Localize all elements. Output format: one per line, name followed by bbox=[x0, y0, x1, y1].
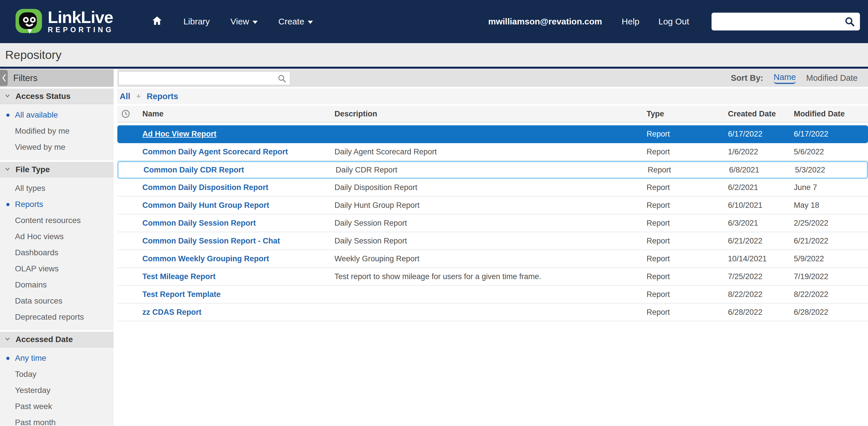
app-logo[interactable]: LinkLive REPORTING bbox=[15, 7, 114, 36]
report-type: Report bbox=[647, 219, 728, 228]
column-header-created-date: Created Date bbox=[728, 109, 794, 119]
report-name-link[interactable]: Common Daily Session Report - Chat bbox=[143, 236, 280, 245]
filter-section-header-accessed-date[interactable]: Accessed Date bbox=[0, 332, 114, 347]
report-table-body: Ad Hoc View ReportReport6/17/20226/17/20… bbox=[117, 124, 868, 321]
breadcrumb-all[interactable]: All bbox=[120, 92, 130, 101]
help-link[interactable]: Help bbox=[622, 17, 640, 27]
logout-link[interactable]: Log Out bbox=[658, 17, 689, 27]
report-name-link[interactable]: Common Daily Disposition Report bbox=[143, 183, 268, 192]
collapse-filters-button[interactable] bbox=[0, 70, 8, 86]
report-modified-date: 6/17/2022 bbox=[794, 130, 868, 138]
report-type: Report bbox=[648, 166, 729, 174]
report-created-date: 6/21/2022 bbox=[728, 236, 794, 245]
report-name-link[interactable]: Test Mileage Report bbox=[143, 272, 216, 281]
sidebar-item-past-month[interactable]: Past month bbox=[0, 415, 114, 426]
chevron-left-icon bbox=[1, 73, 7, 83]
filter-section-header-file-type[interactable]: File Type bbox=[0, 162, 114, 177]
sidebar-item-data-sources[interactable]: Data sources bbox=[0, 293, 114, 309]
report-description: Daily Disposition Report bbox=[335, 183, 647, 192]
selected-bullet bbox=[6, 357, 9, 360]
report-modified-date: 5/9/2022 bbox=[794, 254, 868, 263]
sidebar-item-olap-views[interactable]: OLAP views bbox=[0, 261, 114, 277]
page-title-bar: Repository bbox=[0, 43, 868, 67]
nav-menu: Library View Create bbox=[151, 15, 313, 29]
sidebar-item-past-week[interactable]: Past week bbox=[0, 398, 114, 415]
report-created-date: 8/22/2022 bbox=[728, 290, 794, 299]
global-search-input[interactable] bbox=[712, 13, 860, 30]
sidebar-item-modified-by-me[interactable]: Modified by me bbox=[0, 123, 114, 139]
filters-title: Filters bbox=[13, 73, 37, 84]
report-type: Report bbox=[647, 236, 728, 245]
brand-subtitle: REPORTING bbox=[48, 25, 114, 34]
sidebar-item-today[interactable]: Today bbox=[0, 366, 114, 382]
table-row[interactable]: Common Daily Session ReportDaily Session… bbox=[117, 215, 868, 232]
sidebar-item-all-types[interactable]: All types bbox=[0, 180, 114, 196]
report-name-link[interactable]: Common Daily Agent Scorecard Report bbox=[143, 148, 288, 156]
report-name-link[interactable]: Common Daily Hunt Group Report bbox=[143, 201, 269, 209]
sidebar-item-all-available[interactable]: All available bbox=[0, 107, 114, 123]
sort-option-modified-date[interactable]: Modified Date bbox=[806, 73, 858, 83]
sort-option-name[interactable]: Name bbox=[774, 72, 796, 84]
sidebar-item-ad-hoc-views[interactable]: Ad Hoc views bbox=[0, 229, 114, 244]
table-row[interactable]: Ad Hoc View ReportReport6/17/20226/17/20… bbox=[117, 125, 868, 143]
report-name-cell: Common Weekly Grouping Report bbox=[143, 254, 335, 263]
nav-item-create[interactable]: Create bbox=[278, 17, 313, 27]
chevron-down-icon bbox=[4, 92, 11, 100]
toolbar: Sort By: Name Modified Date bbox=[117, 69, 868, 87]
report-type: Report bbox=[647, 308, 728, 317]
report-name-cell: Common Daily Hunt Group Report bbox=[143, 201, 335, 210]
report-type: Report bbox=[647, 148, 728, 156]
report-modified-date: 7/19/2022 bbox=[794, 272, 868, 281]
sidebar-item-any-time[interactable]: Any time bbox=[0, 350, 114, 366]
report-modified-date: 6/21/2022 bbox=[794, 236, 868, 245]
report-name-cell: Test Mileage Report bbox=[143, 272, 335, 281]
table-row[interactable]: Common Daily Session Report - ChatDaily … bbox=[117, 232, 868, 250]
repository-search bbox=[119, 71, 290, 85]
nav-item-library[interactable]: Library bbox=[184, 17, 210, 27]
table-row[interactable]: Common Daily CDR ReportDaily CDR ReportR… bbox=[117, 161, 868, 179]
table-row[interactable]: Common Daily Agent Scorecard ReportDaily… bbox=[117, 143, 868, 161]
report-name-cell: zz CDAS Report bbox=[143, 308, 335, 317]
report-name-cell: Common Daily CDR Report bbox=[144, 166, 336, 174]
table-row[interactable]: Test Report TemplateReport8/22/20228/22/… bbox=[117, 286, 868, 303]
divider bbox=[0, 67, 868, 69]
user-email: mwilliamson@revation.com bbox=[488, 17, 602, 27]
sidebar-item-dashboards[interactable]: Dashboards bbox=[0, 244, 114, 261]
clock-icon bbox=[117, 109, 143, 119]
report-name-link[interactable]: zz CDAS Report bbox=[143, 308, 202, 317]
filter-section-label: File Type bbox=[16, 165, 50, 174]
sidebar-item-yesterday[interactable]: Yesterday bbox=[0, 382, 114, 398]
filter-section-header-access-status[interactable]: Access Status bbox=[0, 89, 114, 104]
repository-search-input[interactable] bbox=[119, 71, 290, 85]
sidebar-item-domains[interactable]: Domains bbox=[0, 277, 114, 293]
sidebar-item-viewed-by-me[interactable]: Viewed by me bbox=[0, 139, 114, 155]
breadcrumb-reports[interactable]: Reports bbox=[147, 92, 178, 101]
filters-sidebar: Access StatusAll availableModified by me… bbox=[0, 89, 114, 426]
nav-right: mwilliamson@revation.com Help Log Out bbox=[488, 13, 860, 30]
table-row[interactable]: Test Mileage ReportTest report to show m… bbox=[117, 268, 868, 286]
selected-bullet bbox=[6, 113, 9, 117]
search-icon[interactable] bbox=[277, 74, 287, 84]
table-row[interactable]: Common Weekly Grouping ReportWeekly Grou… bbox=[117, 250, 868, 268]
report-name-link[interactable]: Common Weekly Grouping Report bbox=[143, 254, 269, 263]
sidebar-item-deprecated-reports[interactable]: Deprecated reports bbox=[0, 309, 114, 325]
nav-item-view[interactable]: View bbox=[230, 17, 257, 27]
report-created-date: 6/17/2022 bbox=[728, 130, 794, 138]
sidebar-item-content-resources[interactable]: Content resources bbox=[0, 212, 114, 229]
sidebar-item-reports[interactable]: Reports bbox=[0, 196, 114, 212]
filter-section-label: Access Status bbox=[16, 92, 70, 101]
search-icon[interactable] bbox=[844, 16, 855, 27]
filter-section-items: Any timeTodayYesterdayPast weekPast mont… bbox=[0, 347, 114, 426]
report-type: Report bbox=[647, 254, 728, 263]
table-row[interactable]: Common Daily Disposition ReportDaily Dis… bbox=[117, 179, 868, 197]
table-row[interactable]: zz CDAS ReportReport6/28/20226/28/2022 bbox=[117, 303, 868, 321]
report-name-link[interactable]: Ad Hoc View Report bbox=[143, 130, 217, 138]
report-name-link[interactable]: Common Daily Session Report bbox=[143, 219, 256, 227]
report-name-link[interactable]: Common Daily CDR Report bbox=[144, 166, 244, 174]
table-row[interactable]: Common Daily Hunt Group ReportDaily Hunt… bbox=[117, 197, 868, 215]
report-type: Report bbox=[647, 130, 728, 138]
home-button[interactable] bbox=[151, 15, 163, 29]
report-description: Daily Session Report bbox=[335, 236, 647, 245]
chevron-down-icon bbox=[4, 166, 11, 174]
report-name-link[interactable]: Test Report Template bbox=[143, 290, 221, 299]
